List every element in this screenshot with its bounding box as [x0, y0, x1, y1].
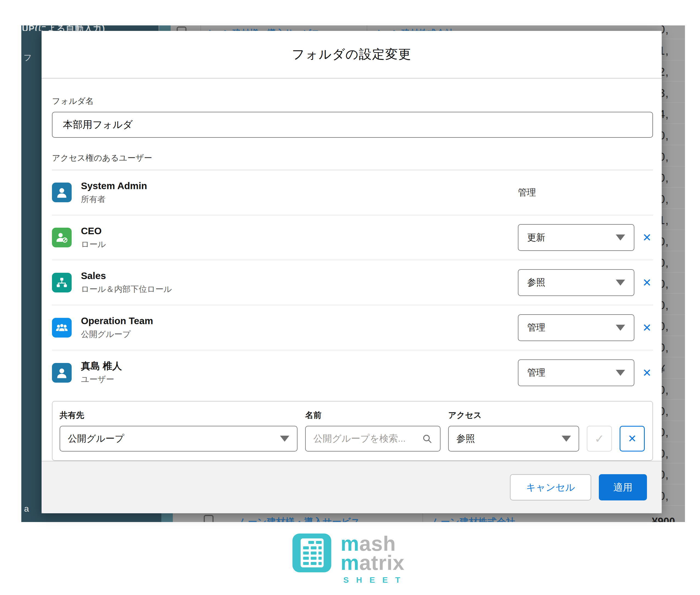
page: KUP(による自動入力) ムーン建材様・導入サービス ムーン建材株式会社 フ a…: [0, 0, 700, 595]
access-user-row: Operation Team 公開グループ 管理 ✕: [52, 305, 653, 350]
spreadsheet-icon: [292, 534, 331, 572]
share-name-search-input[interactable]: 公開グループを検索...: [305, 426, 440, 452]
bg-number-cell: 0,: [662, 484, 685, 506]
chevron-down-icon: [616, 325, 625, 331]
bg-bottom-row: ムーン建材様・導入サービス ムーン建材株式会社 ¥900: [21, 513, 685, 522]
share-access-value: 参照: [456, 432, 475, 445]
bg-sheet-header-text: KUP(による自動入力): [21, 25, 105, 31]
bg-number-cell: 0,: [662, 25, 685, 39]
access-user-row: CEO ロール 更新 ✕: [52, 216, 653, 260]
remove-user-button[interactable]: ✕: [641, 276, 653, 289]
bg-sheet-header: KUP(による自動入力): [21, 25, 159, 31]
access-users-label: アクセス権のあるユーザー: [52, 152, 653, 170]
user-icon: [52, 363, 72, 382]
user-name: CEO: [81, 225, 106, 237]
mashmatrix-logo: mash matrix SHEET: [292, 534, 407, 584]
bg-row-checkbox: [204, 515, 214, 522]
bg-grid-line: [423, 513, 423, 522]
bg-number-cell: 0,: [662, 188, 685, 209]
bg-number-cell: 3,: [662, 81, 685, 103]
user-name: Operation Team: [81, 315, 153, 327]
access-user-row: 真島 椎人 ユーザー 管理 ✕: [52, 350, 653, 395]
bg-number-cell: 4,: [662, 103, 685, 124]
bg-cell-link: ムーン建材様・導入サービス: [206, 27, 321, 31]
chevron-down-icon: [616, 370, 625, 376]
bg-grid-line: [367, 25, 367, 31]
share-name-label: 名前: [305, 410, 440, 421]
access-level-select[interactable]: 管理: [518, 360, 635, 386]
user-icon: [52, 182, 72, 202]
bg-number-cell: 0,: [662, 463, 685, 485]
access-level-value: 更新: [527, 231, 545, 244]
share-with-value: 公開グループ: [68, 432, 124, 445]
modal-header: フォルダの設定変更: [42, 31, 662, 79]
bg-number-cell: 0,: [662, 166, 685, 188]
bg-number-cell: 0,: [662, 230, 685, 251]
cancel-share-button[interactable]: ✕: [620, 426, 645, 452]
logo-sheet-text: SHEET: [341, 576, 407, 584]
bg-number-cell: 1,: [662, 39, 685, 60]
bg-left-sidebar: フ a: [21, 31, 42, 522]
bg-number-cell: 0,: [662, 421, 685, 442]
share-with-label: 共有先: [60, 410, 297, 421]
access-level-select[interactable]: 更新: [518, 224, 635, 251]
user-type: ロール: [81, 239, 106, 250]
role-icon: [52, 228, 72, 247]
bg-row-checkbox: [177, 27, 187, 31]
bg-teal-cell: [161, 513, 173, 522]
chevron-down-icon: [616, 234, 625, 240]
logo-word-matrix: matrix: [341, 553, 407, 572]
user-name: Sales: [81, 270, 172, 282]
access-user-row: Sales ロール＆内部下位ロール 参照 ✕: [52, 260, 653, 305]
bg-teal-cell: [159, 25, 171, 31]
logo-word-mash: mash: [341, 534, 407, 553]
share-access-select[interactable]: 参照: [448, 426, 579, 452]
access-level-select[interactable]: 管理: [518, 314, 635, 341]
user-name: 真島 椎人: [81, 360, 122, 372]
bg-amount-cell: ¥900: [652, 516, 675, 522]
bg-number-cell: 0,: [662, 378, 685, 400]
bg-cell-link: ムーン建材様・導入サービス: [238, 516, 360, 522]
share-with-select[interactable]: 公開グループ: [60, 426, 297, 452]
bg-number-cell: 0,: [662, 251, 685, 273]
remove-user-button[interactable]: ✕: [641, 231, 653, 244]
confirm-share-button[interactable]: ✓: [587, 426, 612, 452]
bg-number-cell: 0,: [662, 400, 685, 421]
bg-cell-link: ムーン建材株式会社: [375, 27, 454, 31]
user-type: ユーザー: [81, 374, 122, 385]
bg-top-row: ムーン建材様・導入サービス ムーン建材株式会社: [159, 25, 685, 31]
access-level-select[interactable]: 参照: [518, 269, 635, 296]
modal-title: フォルダの設定変更: [292, 46, 411, 63]
chevron-down-icon: [616, 280, 625, 286]
cancel-button[interactable]: キャンセル: [510, 474, 591, 501]
chevron-down-icon: [562, 436, 571, 442]
bg-number-cell: 0,: [662, 124, 685, 145]
user-type: ロール＆内部下位ロール: [81, 284, 172, 295]
remove-user-button[interactable]: ✕: [641, 321, 653, 334]
bg-sidebar-fragment: a: [24, 504, 29, 514]
public-group-icon: [52, 318, 72, 338]
bg-number-cell: 0,: [662, 442, 685, 463]
access-level-value: 参照: [527, 276, 545, 289]
role-subordinates-icon: [52, 273, 72, 292]
bg-number-cell: 0,: [662, 145, 685, 166]
access-level-value: 管理: [527, 321, 545, 334]
folder-name-label: フォルダ名: [52, 96, 653, 107]
bg-number-cell: 0,: [662, 336, 685, 357]
modal-body: フォルダ名 アクセス権のあるユーザー System Admin 所有者 管理: [42, 79, 662, 461]
bg-sidebar-footer: [21, 513, 161, 522]
bg-number-cell: 0,: [662, 273, 685, 294]
folder-name-input[interactable]: [52, 112, 653, 138]
access-user-row: System Admin 所有者 管理: [52, 170, 653, 216]
access-level-text: 管理: [518, 187, 536, 199]
bg-grid-line: [200, 25, 201, 31]
user-type: 公開グループ: [81, 329, 153, 340]
modal-footer: キャンセル 適用: [42, 461, 662, 513]
apply-button[interactable]: 適用: [599, 474, 647, 501]
search-icon: [422, 433, 432, 444]
search-placeholder: 公開グループを検索...: [313, 432, 418, 445]
bg-right-column: 0,1,2,3,4,0,0,0,0,1,0,0,0,0,0,0,¥0,0,0,0…: [662, 25, 685, 522]
share-access-label: アクセス: [448, 410, 579, 421]
remove-user-button[interactable]: ✕: [641, 367, 653, 379]
bg-number-cell: 2,: [662, 60, 685, 82]
